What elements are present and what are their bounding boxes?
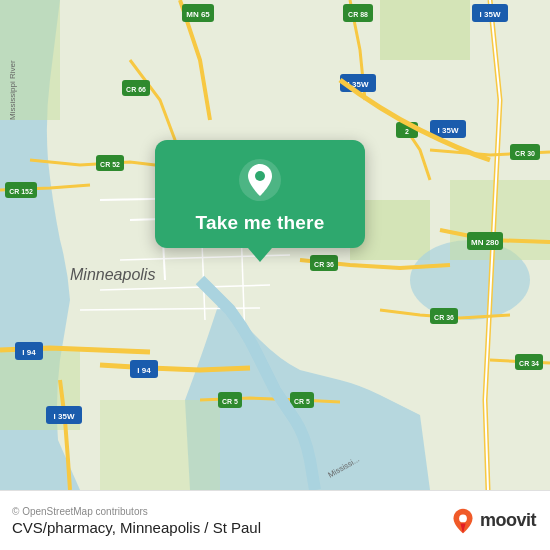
svg-text:Mississippi River: Mississippi River [8, 60, 17, 120]
svg-point-59 [459, 514, 467, 522]
moovit-logo-icon [450, 508, 476, 534]
svg-text:CR 30: CR 30 [515, 150, 535, 157]
svg-text:I 94: I 94 [137, 366, 151, 375]
attribution-text: © OpenStreetMap contributors [12, 506, 261, 517]
svg-point-58 [255, 171, 265, 181]
svg-text:Minneapolis: Minneapolis [70, 266, 155, 283]
location-pin-icon [238, 158, 282, 202]
svg-text:CR 36: CR 36 [314, 261, 334, 268]
svg-text:CR 88: CR 88 [348, 11, 368, 18]
svg-text:CR 34: CR 34 [519, 360, 539, 367]
svg-text:CR 52: CR 52 [100, 161, 120, 168]
svg-rect-7 [100, 400, 220, 490]
svg-text:I 35W: I 35W [480, 10, 501, 19]
map-area[interactable]: I 35W MN 65 CR 88 I 35W I 35W CR 66 CR 5… [0, 0, 550, 490]
svg-text:CR 152: CR 152 [9, 188, 33, 195]
svg-text:CR 5: CR 5 [222, 398, 238, 405]
svg-text:I 35W: I 35W [438, 126, 459, 135]
svg-text:MN 65: MN 65 [186, 10, 210, 19]
location-label: CVS/pharmacy, Minneapolis / St Paul [12, 519, 261, 536]
svg-text:2: 2 [405, 128, 409, 135]
svg-rect-1 [380, 0, 470, 60]
bottom-left-info: © OpenStreetMap contributors CVS/pharmac… [12, 506, 261, 536]
svg-text:CR 66: CR 66 [126, 86, 146, 93]
svg-text:MN 280: MN 280 [471, 238, 500, 247]
svg-text:CR 36: CR 36 [434, 314, 454, 321]
moovit-logo[interactable]: moovit [450, 508, 536, 534]
svg-text:I 35W: I 35W [54, 412, 75, 421]
take-me-there-button[interactable]: Take me there [196, 212, 325, 234]
bottom-bar: © OpenStreetMap contributors CVS/pharmac… [0, 490, 550, 550]
svg-text:I 94: I 94 [22, 348, 36, 357]
svg-text:CR 5: CR 5 [294, 398, 310, 405]
navigation-popup[interactable]: Take me there [155, 140, 365, 248]
moovit-brand-name: moovit [480, 510, 536, 531]
